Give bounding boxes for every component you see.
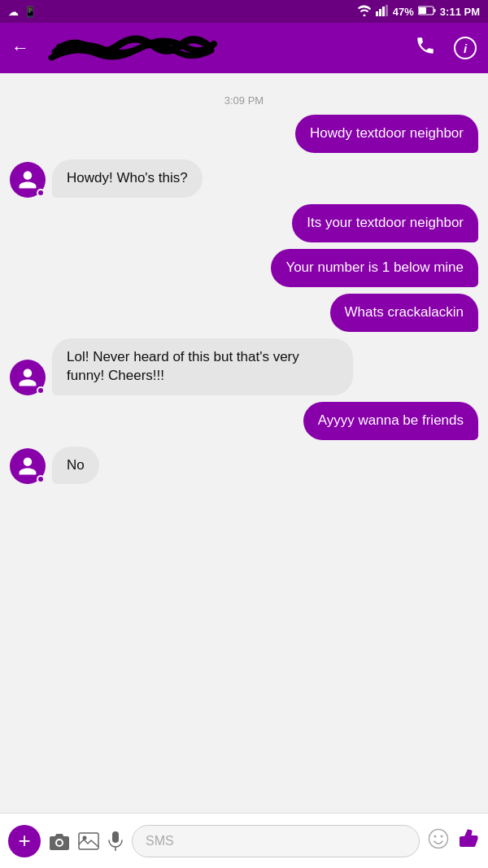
message-bubble: Whats crackalackin bbox=[330, 294, 478, 332]
message-row: Howdy textdoor neighbor bbox=[10, 115, 478, 153]
info-button[interactable]: i bbox=[454, 37, 477, 59]
svg-rect-2 bbox=[382, 7, 385, 16]
sms-placeholder: SMS bbox=[146, 834, 174, 848]
message-bubble: Your number is 1 below mine bbox=[271, 249, 478, 287]
time-display: 3:11 PM bbox=[440, 6, 480, 18]
wifi-icon bbox=[357, 5, 372, 19]
svg-rect-0 bbox=[376, 11, 378, 16]
signal-icon bbox=[376, 5, 389, 19]
cloud-icon: ☁ bbox=[8, 6, 19, 18]
online-indicator bbox=[37, 475, 45, 483]
contact-name-scribble bbox=[39, 28, 226, 68]
battery-percent: 47% bbox=[393, 6, 414, 18]
message-bubble: Lol! Never heard of this but that's very… bbox=[52, 338, 353, 395]
message-bubble: No bbox=[52, 447, 99, 485]
svg-rect-9 bbox=[112, 831, 119, 843]
messages-area: 3:09 PM Howdy textdoor neighbor Howdy! W… bbox=[0, 73, 488, 813]
message-row: Your number is 1 below mine bbox=[10, 249, 478, 287]
message-bubble: Howdy! Who's this? bbox=[52, 159, 203, 198]
message-row: No bbox=[10, 447, 478, 485]
message-row: Its your textdoor neighbor bbox=[10, 204, 478, 242]
status-bar: ☁ 📱 47% 3:11 PM bbox=[0, 0, 488, 23]
status-left: ☁ 📱 bbox=[8, 6, 37, 18]
svg-rect-6 bbox=[434, 9, 435, 12]
microphone-button[interactable] bbox=[107, 831, 124, 852]
message-bubble: Its your textdoor neighbor bbox=[292, 204, 478, 242]
avatar bbox=[10, 448, 46, 484]
svg-point-11 bbox=[429, 829, 448, 848]
sms-input[interactable]: SMS bbox=[132, 825, 420, 857]
emoji-button[interactable] bbox=[428, 828, 449, 854]
message-row: Lol! Never heard of this but that's very… bbox=[10, 338, 478, 395]
svg-rect-5 bbox=[419, 7, 426, 14]
battery-icon bbox=[418, 6, 436, 18]
online-indicator bbox=[37, 386, 45, 395]
message-bubble: Howdy textdoor neighbor bbox=[295, 115, 478, 153]
message-row: Howdy! Who's this? bbox=[10, 159, 478, 198]
svg-rect-1 bbox=[379, 9, 381, 16]
bottom-bar: + SMS bbox=[0, 813, 488, 868]
avatar bbox=[10, 360, 46, 395]
back-button[interactable]: ← bbox=[11, 37, 29, 59]
avatar bbox=[10, 162, 46, 198]
message-row: Ayyyy wanna be friends bbox=[10, 402, 478, 440]
add-attachment-button[interactable]: + bbox=[8, 825, 41, 857]
gallery-button[interactable] bbox=[78, 832, 99, 850]
camera-button[interactable] bbox=[49, 832, 70, 850]
message-timestamp: 3:09 PM bbox=[10, 94, 478, 107]
thumbs-up-button[interactable] bbox=[457, 827, 480, 855]
svg-rect-3 bbox=[386, 5, 388, 16]
online-indicator bbox=[37, 189, 45, 197]
contact-name-area bbox=[39, 28, 397, 68]
phone-status-icon: 📱 bbox=[24, 6, 37, 18]
message-bubble: Ayyyy wanna be friends bbox=[303, 402, 478, 440]
message-row: Whats crackalackin bbox=[10, 294, 478, 332]
status-right: 47% 3:11 PM bbox=[357, 5, 480, 19]
call-button[interactable] bbox=[415, 35, 436, 61]
app-bar: ← i bbox=[0, 23, 488, 73]
svg-point-12 bbox=[434, 835, 437, 837]
svg-point-13 bbox=[441, 835, 443, 837]
